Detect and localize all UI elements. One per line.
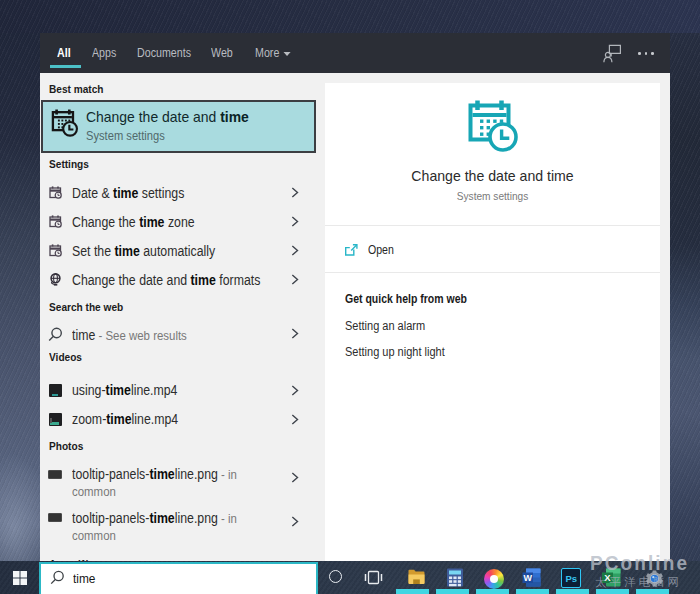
svg-text:W: W [523,573,532,583]
